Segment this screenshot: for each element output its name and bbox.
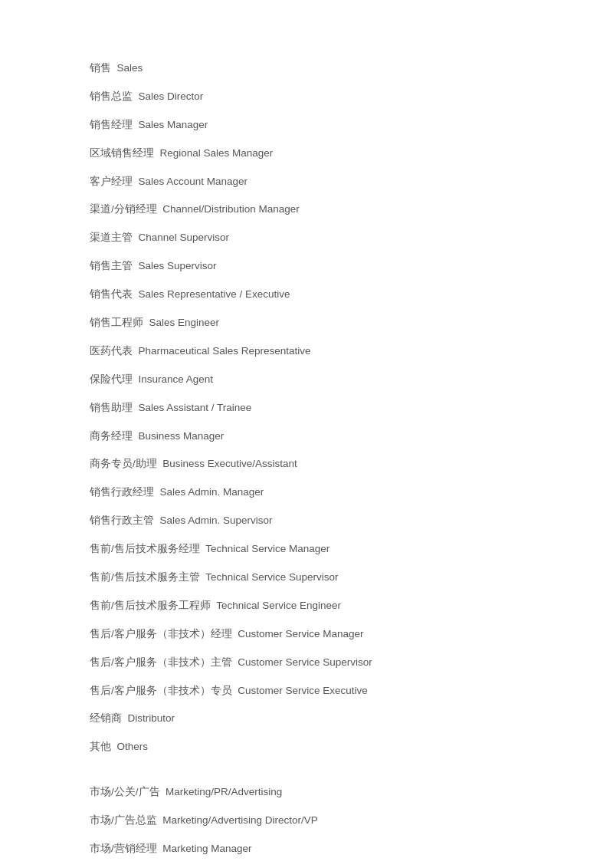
list-item: 售前/售后技术服务经理 Technical Service Manager — [90, 542, 523, 557]
list-item: 商务经理 Business Manager — [90, 429, 523, 444]
list-item: 售后/客户服务（非技术）经理 Customer Service Manager — [90, 627, 523, 642]
list-item: 销售总监 Sales Director — [90, 90, 523, 104]
list-item: 销售代表 Sales Representative / Executive — [90, 288, 523, 302]
list-item: 销售行政经理 Sales Admin. Manager — [90, 485, 523, 500]
list-item: 其他 Others — [90, 740, 523, 755]
list-item: 销售助理 Sales Assistant / Trainee — [90, 401, 523, 416]
list-item: 销售经理 Sales Manager — [90, 118, 523, 133]
list-item: 售前/售后技术服务工程师 Technical Service Engineer — [90, 599, 523, 613]
list-item: 市场/广告总监 Marketing/Advertising Director/V… — [90, 814, 523, 828]
list-item: 销售工程师 Sales Engineer — [90, 316, 523, 330]
list-item: 商务专员/助理 Business Executive/Assistant — [90, 457, 523, 472]
list-item: 市场/公关/广告 Marketing/PR/Advertising — [90, 785, 523, 800]
page-content: 销售 Sales销售总监 Sales Director销售经理 Sales Ma… — [90, 61, 523, 856]
list-item: 市场/营销经理 Marketing Manager — [90, 842, 523, 856]
list-item: 客户经理 Sales Account Manager — [90, 175, 523, 189]
list-item: 保险代理 Insurance Agent — [90, 373, 523, 387]
list-item: 售后/客户服务（非技术）专员 Customer Service Executiv… — [90, 684, 523, 699]
sales-section: 销售 Sales销售总监 Sales Director销售经理 Sales Ma… — [90, 61, 523, 755]
list-item: 医药代表 Pharmaceutical Sales Representative — [90, 344, 523, 359]
list-item: 销售行政主管 Sales Admin. Supervisor — [90, 514, 523, 528]
list-item: 渠道主管 Channel Supervisor — [90, 231, 523, 245]
list-item: 销售 Sales — [90, 61, 523, 76]
list-item: 销售主管 Sales Supervisor — [90, 259, 523, 274]
list-item: 渠道/分销经理 Channel/Distribution Manager — [90, 202, 523, 217]
list-item: 售后/客户服务（非技术）主管 Customer Service Supervis… — [90, 656, 523, 670]
marketing-section: 市场/公关/广告 Marketing/PR/Advertising市场/广告总监… — [90, 785, 523, 856]
list-item: 售前/售后技术服务主管 Technical Service Supervisor — [90, 570, 523, 585]
list-item: 区域销售经理 Regional Sales Manager — [90, 146, 523, 161]
list-item: 经销商 Distributor — [90, 712, 523, 726]
